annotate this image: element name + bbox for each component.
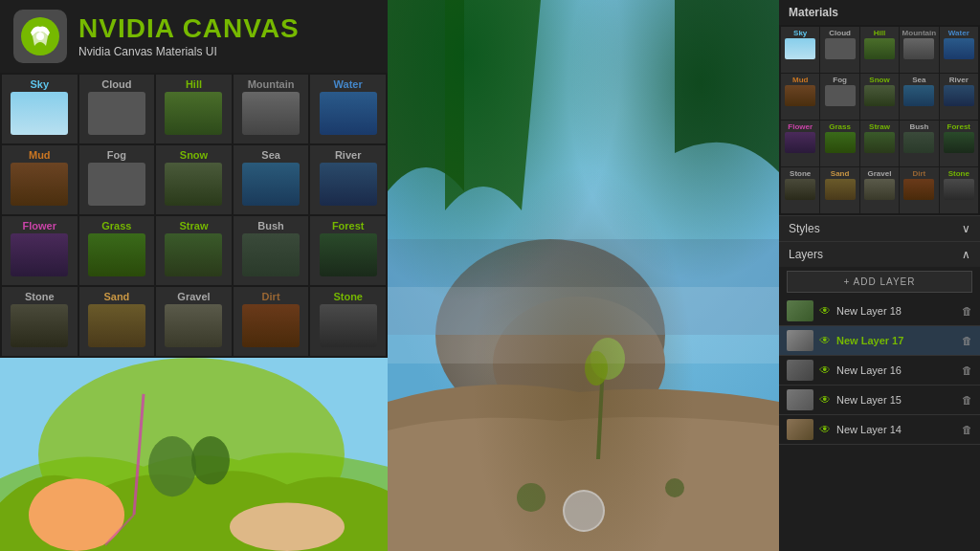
mini-material-cell-cloud[interactable]: Cloud xyxy=(820,27,858,73)
right-materials-title: Materials xyxy=(779,0,980,25)
viewport-button[interactable] xyxy=(563,490,605,532)
mini-material-cell-forest[interactable]: Forest xyxy=(940,121,978,166)
material-label: Sand xyxy=(103,291,129,302)
layer-delete-icon[interactable]: 🗑 xyxy=(962,305,972,317)
layer-row-new-layer-17[interactable]: 👁 New Layer 17 🗑 xyxy=(779,326,980,356)
app-title: NVIDIA CANVAS xyxy=(78,14,300,44)
material-thumbnail xyxy=(242,163,300,206)
layer-row-new-layer-14[interactable]: 👁 New Layer 14 🗑 xyxy=(779,415,980,445)
layer-visibility-icon[interactable]: 👁 xyxy=(819,423,831,436)
layer-delete-icon[interactable]: 🗑 xyxy=(962,424,972,435)
mini-material-cell-sky[interactable]: Sky xyxy=(781,27,819,73)
material-cell-sky[interactable]: Sky xyxy=(2,75,78,143)
mini-material-thumbnail xyxy=(903,179,934,200)
mini-material-cell-sand[interactable]: Sand xyxy=(820,167,858,213)
mini-material-thumbnail xyxy=(864,132,895,153)
mini-material-label: Bush xyxy=(909,122,928,131)
material-cell-snow[interactable]: Snow xyxy=(156,145,232,214)
mini-material-label: Gravel xyxy=(868,169,892,178)
material-cell-cloud[interactable]: Cloud xyxy=(79,75,155,143)
material-label: Stone xyxy=(333,291,363,302)
material-cell-gravel[interactable]: Gravel xyxy=(156,287,232,356)
material-label: Water xyxy=(334,78,363,90)
material-thumbnail xyxy=(11,92,68,135)
mini-material-cell-snow[interactable]: Snow xyxy=(860,74,899,120)
mini-material-cell-water[interactable]: Water xyxy=(940,27,978,73)
layer-visibility-icon[interactable]: 👁 xyxy=(819,364,831,377)
nvidia-logo-svg xyxy=(17,13,63,59)
mini-material-label: Mountain xyxy=(902,29,937,37)
layer-row-new-layer-18[interactable]: 👁 New Layer 18 🗑 xyxy=(779,297,980,326)
mini-material-cell-sea[interactable]: Sea xyxy=(900,74,938,120)
material-cell-forest[interactable]: Forest xyxy=(310,216,386,285)
mini-material-thumbnail xyxy=(903,38,934,59)
mini-material-label: Stone xyxy=(790,169,811,178)
material-thumbnail xyxy=(11,304,68,347)
material-cell-bush[interactable]: Bush xyxy=(234,216,309,285)
mini-material-cell-fog[interactable]: Fog xyxy=(820,74,858,120)
material-thumbnail xyxy=(88,233,145,276)
mini-material-cell-grass[interactable]: Grass xyxy=(820,121,858,166)
material-cell-flower[interactable]: Flower xyxy=(2,216,78,285)
mini-material-cell-mud[interactable]: Mud xyxy=(781,74,819,120)
logo-area: NVIDIA CANVAS Nvidia Canvas Materials UI xyxy=(0,0,388,73)
material-cell-fog[interactable]: Fog xyxy=(79,145,155,214)
mini-material-label: Fog xyxy=(833,76,847,84)
layer-delete-icon[interactable]: 🗑 xyxy=(962,364,972,376)
mini-material-label: Stone xyxy=(948,169,969,178)
material-cell-stone[interactable]: Stone xyxy=(2,287,78,356)
mini-material-thumbnail xyxy=(903,85,934,106)
material-cell-sea[interactable]: Sea xyxy=(234,145,309,214)
mini-material-cell-dirt[interactable]: Dirt xyxy=(900,167,938,213)
material-thumbnail xyxy=(88,304,145,347)
material-label: Dirt xyxy=(262,291,280,302)
mini-material-thumbnail xyxy=(903,132,934,153)
layer-delete-icon[interactable]: 🗑 xyxy=(962,335,972,346)
material-thumbnail xyxy=(320,163,377,206)
mini-material-cell-stone[interactable]: Stone xyxy=(940,167,978,213)
mini-material-cell-straw[interactable]: Straw xyxy=(860,121,899,166)
material-cell-straw[interactable]: Straw xyxy=(156,216,232,285)
layers-list: 👁 New Layer 18 🗑 👁 New Layer 17 🗑 👁 New … xyxy=(779,297,980,445)
layers-section-header[interactable]: Layers ∧ xyxy=(779,241,980,267)
mini-material-cell-bush[interactable]: Bush xyxy=(900,121,938,166)
material-label: Mud xyxy=(29,149,51,161)
mini-material-thumbnail xyxy=(944,132,974,153)
mini-material-cell-hill[interactable]: Hill xyxy=(860,27,899,73)
mini-material-cell-mountain[interactable]: Mountain xyxy=(900,27,938,73)
material-label: Grass xyxy=(101,220,131,231)
layer-delete-icon[interactable]: 🗑 xyxy=(962,394,972,406)
mini-material-cell-gravel[interactable]: Gravel xyxy=(860,167,899,213)
material-label: Hill xyxy=(186,78,202,90)
mini-material-thumbnail xyxy=(864,179,895,200)
layer-thumbnail xyxy=(787,330,813,351)
material-cell-grass[interactable]: Grass xyxy=(79,216,155,285)
mini-material-cell-flower[interactable]: Flower xyxy=(781,121,819,166)
layer-row-new-layer-15[interactable]: 👁 New Layer 15 🗑 xyxy=(779,386,980,415)
material-label: Mountain xyxy=(248,78,295,90)
mini-material-cell-stone[interactable]: Stone xyxy=(781,167,819,213)
material-cell-mountain[interactable]: Mountain xyxy=(234,75,309,143)
material-cell-water[interactable]: Water xyxy=(310,75,386,143)
styles-section-header[interactable]: Styles ∨ xyxy=(779,215,980,241)
material-cell-hill[interactable]: Hill xyxy=(156,75,232,143)
material-cell-river[interactable]: River xyxy=(310,145,386,214)
mini-material-label: River xyxy=(949,76,969,84)
viewport[interactable] xyxy=(388,0,779,551)
mini-material-label: Hill xyxy=(874,29,885,37)
material-thumbnail xyxy=(11,233,68,276)
material-thumbnail xyxy=(11,163,68,206)
preview-canvas[interactable] xyxy=(0,358,388,551)
mini-material-cell-river[interactable]: River xyxy=(940,74,978,120)
material-cell-sand[interactable]: Sand xyxy=(79,287,155,356)
layer-thumbnail xyxy=(787,360,813,381)
layer-visibility-icon[interactable]: 👁 xyxy=(819,334,831,347)
layer-name: New Layer 16 xyxy=(836,364,956,376)
add-layer-button[interactable]: + ADD LAYER xyxy=(787,271,972,293)
layer-visibility-icon[interactable]: 👁 xyxy=(819,304,831,318)
layer-visibility-icon[interactable]: 👁 xyxy=(819,393,831,407)
material-cell-dirt[interactable]: Dirt xyxy=(234,287,309,356)
layer-row-new-layer-16[interactable]: 👁 New Layer 16 🗑 xyxy=(779,356,980,386)
material-cell-stone[interactable]: Stone xyxy=(310,287,386,356)
material-cell-mud[interactable]: Mud xyxy=(2,145,78,214)
